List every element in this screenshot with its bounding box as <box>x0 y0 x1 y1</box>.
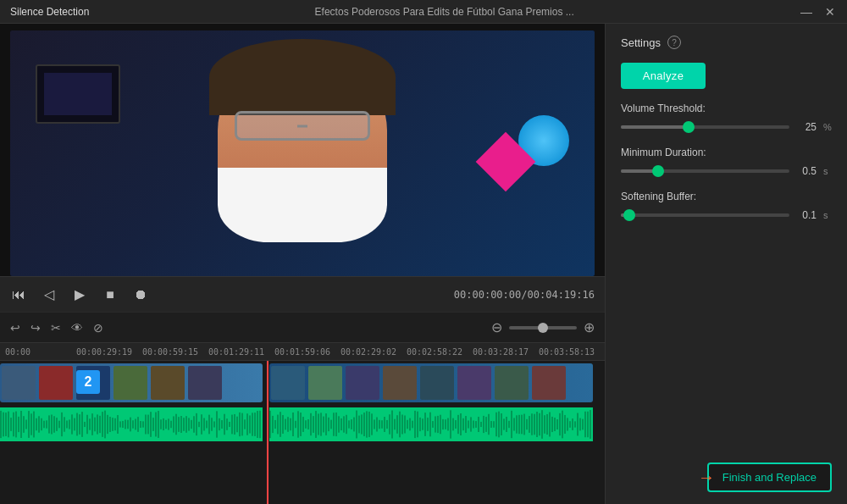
zoom-in-button[interactable]: ⊕ <box>584 319 595 335</box>
video-track: 2 <box>0 361 605 405</box>
current-time: 00:00:00:00 <box>454 289 521 301</box>
thumb-1 <box>2 366 36 400</box>
finish-and-replace-button[interactable]: Finish and Replace <box>707 462 832 492</box>
right-panel: Settings ? Analyze Volume Threshold: 25 … <box>605 24 847 504</box>
app-title: Silence Detection <box>10 6 89 18</box>
ruler-mark-7: 00:03:28:17 <box>468 347 534 357</box>
volume-threshold-thumb <box>683 121 695 133</box>
ruler-mark-3: 00:01:29:11 <box>203 347 269 357</box>
time-display: 00:00:00:00/00:04:19:16 <box>454 289 595 301</box>
volume-threshold-value: 25 <box>796 121 817 133</box>
timeline-tracks: 2 <box>0 361 605 504</box>
waveform-canvas-2 <box>269 407 593 441</box>
ruler-mark-8: 00:03:58:13 <box>534 347 600 357</box>
titlebar: Silence Detection Efectos Poderosos Para… <box>0 0 847 24</box>
help-icon[interactable]: ? <box>667 36 681 49</box>
main-layout: ⏮ ◁ ▶ ■ ⏺ 00:00:00:00/00:04:19:16 ↩ ↪ ✂ … <box>0 24 847 504</box>
person-figure <box>209 56 396 259</box>
zoom-controls: ⊖ ⊕ <box>491 319 595 335</box>
video-clip-1[interactable]: 2 <box>0 363 263 402</box>
rewind-button[interactable]: ⏮ <box>10 287 27 302</box>
play-back-button[interactable]: ◁ <box>41 286 58 302</box>
ruler-mark-5: 00:02:29:02 <box>335 347 401 357</box>
thumb-5 <box>151 366 185 400</box>
hair-shape <box>209 39 396 115</box>
minimum-duration-slider[interactable] <box>621 169 789 173</box>
thumb-9 <box>346 366 379 400</box>
zoom-out-button[interactable]: ⊖ <box>491 319 502 335</box>
audio-track <box>0 405 605 449</box>
bottom-bar: → Finish and Replace <box>621 454 832 492</box>
waveform-canvas-1 <box>0 407 263 441</box>
softening-buffer-value: 0.1 <box>796 209 817 221</box>
zoom-slider-thumb <box>538 323 548 333</box>
clip-badge: 2 <box>76 370 100 394</box>
ruler-mark-0: 00:00 <box>5 347 71 357</box>
video-preview <box>10 30 595 276</box>
video-clip-2[interactable] <box>269 363 593 402</box>
ruler-mark-4: 00:01:59:06 <box>269 347 335 357</box>
thumb-12 <box>457 366 491 400</box>
zoom-slider[interactable] <box>509 326 577 330</box>
settings-header: Settings ? <box>621 36 832 49</box>
clip-thumbnails-1 <box>0 363 224 402</box>
playhead <box>267 361 268 504</box>
minimum-duration-slider-row: 0.5 s <box>621 165 832 177</box>
thumb-2 <box>39 366 73 400</box>
volume-threshold-fill <box>621 125 689 129</box>
video-frame <box>10 30 595 276</box>
minimum-duration-unit: s <box>823 166 832 176</box>
thumb-8 <box>308 366 342 400</box>
waveform-segment-1 <box>0 407 263 441</box>
volume-threshold-slider[interactable] <box>621 125 789 129</box>
softening-buffer-thumb <box>623 209 635 221</box>
window-controls: — ✕ <box>800 5 837 19</box>
volume-threshold-slider-row: 25 % <box>621 121 832 133</box>
bg-monitor-decor <box>36 64 120 124</box>
minimum-duration-label: Minimum Duration: <box>621 147 832 158</box>
ruler-mark-1: 00:00:29:19 <box>71 347 137 357</box>
video-title: Efectos Poderosos Para Edits de Fútbol G… <box>89 6 800 18</box>
left-panel: ⏮ ◁ ▶ ■ ⏺ 00:00:00:00/00:04:19:16 ↩ ↪ ✂ … <box>0 24 605 504</box>
softening-buffer-group: Softening Buffer: 0.1 s <box>621 191 832 221</box>
glasses-shape <box>235 111 370 141</box>
volume-threshold-group: Volume Threshold: 25 % <box>621 102 832 133</box>
settings-title: Settings <box>621 36 661 49</box>
thumb-10 <box>383 366 417 400</box>
volume-threshold-label: Volume Threshold: <box>621 102 832 114</box>
face-shape <box>218 56 387 242</box>
redo-button[interactable]: ↪ <box>30 321 41 335</box>
clip-thumbnails-2 <box>269 363 567 402</box>
thumb-13 <box>495 366 529 400</box>
volume-threshold-unit: % <box>823 122 832 132</box>
arrow-icon: → <box>698 468 715 487</box>
eye-button[interactable]: 👁 <box>71 321 83 335</box>
stop-button[interactable]: ■ <box>102 287 119 302</box>
minimize-button[interactable]: — <box>800 5 813 19</box>
ruler-mark-2: 00:00:59:15 <box>137 347 203 357</box>
analyze-button[interactable]: Analyze <box>621 63 706 89</box>
timeline-ruler: 00:00 00:00:29:19 00:00:59:15 00:01:29:1… <box>0 342 605 361</box>
timeline-toolbar: ↩ ↪ ✂ 👁 ⊘ ⊖ ⊕ <box>0 312 605 342</box>
record-button[interactable]: ⏺ <box>132 287 149 302</box>
thumb-6 <box>188 366 222 400</box>
total-time: 00:04:19:16 <box>528 289 595 301</box>
softening-buffer-slider[interactable] <box>621 213 789 217</box>
undo-button[interactable]: ↩ <box>10 321 20 335</box>
thumb-14 <box>532 366 566 400</box>
mute-button[interactable]: ⊘ <box>93 321 103 335</box>
playback-bar: ⏮ ◁ ▶ ■ ⏺ 00:00:00:00/00:04:19:16 <box>0 276 605 312</box>
scissors-button[interactable]: ✂ <box>51 321 61 335</box>
ruler-mark-6: 00:02:58:22 <box>401 347 468 357</box>
waveform-segment-2 <box>269 407 593 441</box>
softening-buffer-unit: s <box>823 210 832 220</box>
time-sep: / <box>521 289 527 301</box>
minimum-duration-group: Minimum Duration: 0.5 s <box>621 147 832 177</box>
thumb-11 <box>420 366 454 400</box>
play-button[interactable]: ▶ <box>71 286 88 302</box>
minimum-duration-value: 0.5 <box>796 165 817 177</box>
thumb-7 <box>271 366 305 400</box>
close-button[interactable]: ✕ <box>823 5 837 19</box>
softening-buffer-label: Softening Buffer: <box>621 191 832 202</box>
thumb-4 <box>113 366 147 400</box>
